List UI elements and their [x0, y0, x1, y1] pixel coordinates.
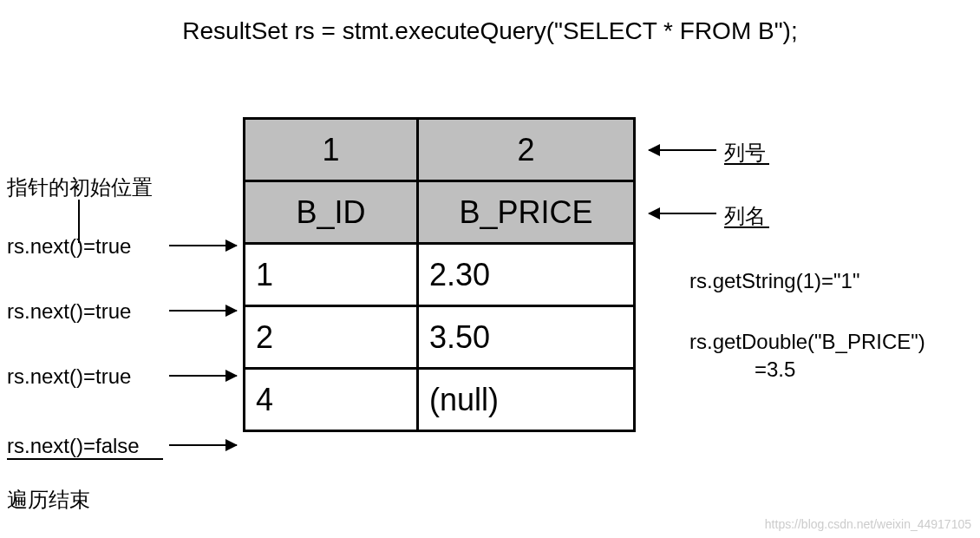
getdouble-label-2: =3.5	[755, 358, 795, 382]
arrow-row3	[169, 444, 237, 446]
rsnext-true-2: rs.next()=true	[7, 299, 131, 324]
col-index-1: 1	[245, 119, 418, 181]
getstring-label: rs.getString(1)="1"	[689, 269, 859, 293]
arrow-row0	[169, 245, 237, 246]
data-row-2: 2 3.50	[245, 306, 635, 369]
col-index-2: 2	[418, 119, 635, 181]
col-name-1: B_ID	[245, 181, 418, 244]
initial-position-label: 指针的初始位置	[7, 174, 153, 201]
cell-r2c1: 2	[245, 306, 418, 369]
col-name-2: B_PRICE	[418, 181, 635, 244]
arrow-col-index	[649, 149, 716, 151]
cell-r3c1: 4	[245, 369, 418, 431]
getdouble-label-1: rs.getDouble("B_PRICE")	[689, 330, 925, 354]
underline-false	[7, 458, 163, 460]
rsnext-true-1: rs.next()=true	[7, 234, 131, 259]
data-row-1: 1 2.30	[245, 244, 635, 306]
end-label: 遍历结束	[7, 486, 90, 514]
code-title: ResultSet rs = stmt.executeQuery("SELECT…	[0, 17, 980, 45]
underline-colindex	[724, 163, 769, 165]
cell-r3c2: (null)	[418, 369, 635, 431]
resultset-table: 1 2 B_ID B_PRICE 1 2.30 2 3.50 4 (null)	[243, 117, 636, 432]
column-index-row: 1 2	[245, 119, 635, 181]
arrow-col-name	[649, 213, 716, 214]
watermark: https://blog.csdn.net/weixin_44917105	[765, 517, 971, 531]
underline-colname	[724, 226, 769, 228]
cell-r1c2: 2.30	[418, 244, 635, 306]
rsnext-false: rs.next()=false	[7, 434, 140, 458]
rsnext-true-3: rs.next()=true	[7, 364, 131, 389]
arrow-row1	[169, 310, 237, 312]
cell-r2c2: 3.50	[418, 306, 635, 369]
connector-line	[78, 200, 80, 243]
arrow-row2	[169, 375, 237, 377]
data-row-3: 4 (null)	[245, 369, 635, 431]
column-name-row: B_ID B_PRICE	[245, 181, 635, 244]
cell-r1c1: 1	[245, 244, 418, 306]
